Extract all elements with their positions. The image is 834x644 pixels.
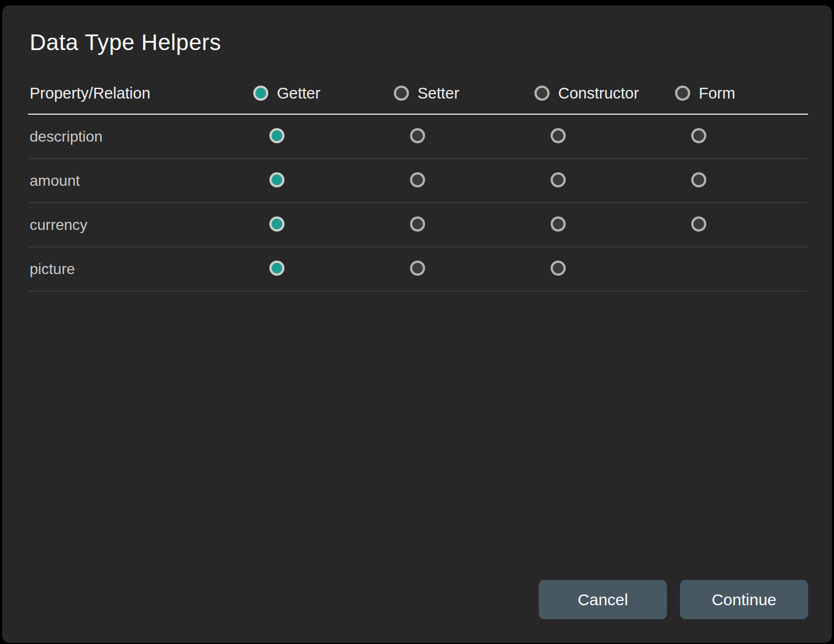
description-getter-radio[interactable] (269, 128, 284, 143)
table-header-row: Property/Relation GetterSetterConstructo… (28, 55, 808, 115)
table-row-picture: picture (28, 247, 808, 291)
currency-constructor-radio[interactable] (551, 216, 566, 232)
column-header-label: Setter (418, 85, 459, 102)
dialog-footer: Cancel Continue (28, 580, 808, 619)
dialog-title: Data Type Helpers (28, 30, 808, 55)
setter-column-radio[interactable] (394, 86, 409, 101)
data-type-helpers-dialog: Data Type Helpers Property/Relation Gett… (2, 5, 832, 643)
cell-currency-getter (253, 216, 394, 234)
amount-getter-radio[interactable] (269, 172, 284, 187)
property-name: picture (28, 261, 253, 278)
cell-amount-constructor (534, 172, 675, 190)
amount-constructor-radio[interactable] (551, 172, 566, 187)
column-header-label: Getter (277, 85, 321, 102)
cell-currency-constructor (534, 216, 675, 234)
cell-picture-getter (253, 261, 394, 278)
amount-form-radio[interactable] (691, 172, 706, 187)
cell-description-getter (253, 128, 394, 145)
column-header-setter: Setter (394, 85, 534, 102)
table-body: descriptionamountcurrencypicture (28, 115, 808, 291)
cell-amount-setter (394, 172, 534, 190)
form-column-radio[interactable] (675, 86, 690, 101)
cell-amount-getter (253, 172, 394, 190)
column-header-getter: Getter (253, 85, 394, 102)
description-form-radio[interactable] (691, 128, 706, 143)
column-header-label: Form (699, 85, 735, 102)
cell-description-constructor (534, 128, 675, 145)
continue-button[interactable]: Continue (680, 580, 808, 619)
property-relation-header: Property/Relation (28, 85, 253, 102)
property-name: currency (28, 216, 253, 234)
picture-setter-radio[interactable] (410, 261, 425, 276)
column-header-label: Constructor (558, 85, 639, 102)
table-row-amount: amount (28, 159, 808, 203)
getter-column-radio[interactable] (253, 86, 268, 101)
cell-amount-form (675, 172, 808, 190)
column-header-form: Form (675, 85, 808, 102)
currency-form-radio[interactable] (691, 216, 706, 232)
currency-getter-radio[interactable] (269, 216, 284, 232)
table-row-currency: currency (28, 203, 808, 247)
cancel-button[interactable]: Cancel (539, 580, 667, 619)
property-name: amount (28, 172, 253, 190)
table-row-description: description (28, 115, 808, 159)
helpers-table: Property/Relation GetterSetterConstructo… (28, 55, 808, 291)
property-name: description (28, 128, 253, 145)
cell-picture-setter (394, 261, 534, 278)
cell-picture-constructor (534, 261, 675, 278)
description-constructor-radio[interactable] (551, 128, 566, 143)
constructor-column-radio[interactable] (534, 86, 550, 101)
description-setter-radio[interactable] (410, 128, 425, 143)
cell-currency-setter (394, 216, 534, 234)
amount-setter-radio[interactable] (410, 172, 425, 187)
column-header-constructor: Constructor (534, 85, 675, 102)
picture-getter-radio[interactable] (269, 261, 284, 276)
cell-description-form (675, 128, 808, 145)
currency-setter-radio[interactable] (410, 216, 425, 232)
picture-constructor-radio[interactable] (551, 261, 566, 276)
cell-currency-form (675, 216, 808, 234)
cell-description-setter (394, 128, 534, 145)
